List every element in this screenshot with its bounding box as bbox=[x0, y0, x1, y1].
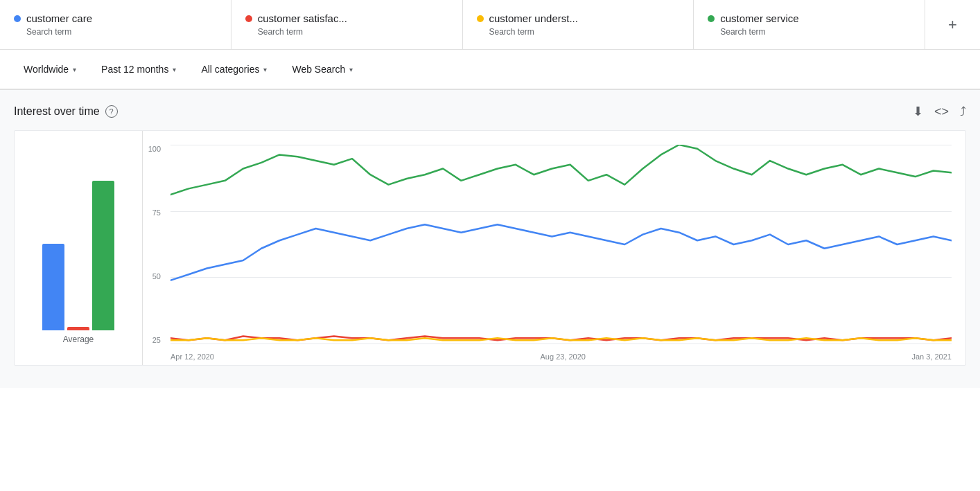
term-name-satisfaction: customer satisfac... bbox=[258, 12, 347, 24]
search-terms-bar: customer care Search term customer satis… bbox=[0, 0, 980, 50]
time-label: Past 12 months bbox=[101, 64, 168, 75]
search-term-satisfaction[interactable]: customer satisfac... Search term bbox=[231, 0, 463, 49]
chevron-down-icon: ▾ bbox=[73, 66, 76, 73]
term-name-service: customer service bbox=[720, 12, 798, 24]
chart-title-row: Interest over time ? bbox=[14, 105, 118, 118]
chevron-down-icon: ▾ bbox=[349, 66, 353, 73]
term-dot-understanding bbox=[477, 15, 484, 22]
y-axis-labels: 100755025 bbox=[143, 145, 164, 344]
embed-button[interactable]: <> bbox=[934, 105, 949, 119]
chart-container: Average 100755025 Apr 12, 2020Aug 23, 20… bbox=[14, 130, 966, 366]
chart-title: Interest over time bbox=[14, 105, 100, 118]
bar bbox=[42, 244, 64, 330]
y-axis-label: 25 bbox=[143, 336, 161, 344]
category-filter[interactable]: All categories ▾ bbox=[191, 58, 277, 80]
chevron-down-icon: ▾ bbox=[173, 66, 176, 73]
term-dot-care bbox=[14, 15, 21, 22]
line-green bbox=[170, 145, 952, 195]
search-term-understanding[interactable]: customer underst... Search term bbox=[463, 0, 694, 49]
y-axis-label: 100 bbox=[143, 145, 161, 153]
term-type-understanding: Search term bbox=[489, 27, 680, 37]
help-icon[interactable]: ? bbox=[105, 105, 118, 118]
search-type-filter[interactable]: Web Search ▾ bbox=[282, 58, 362, 80]
term-type-satisfaction: Search term bbox=[258, 27, 448, 37]
term-type-care: Search term bbox=[26, 27, 217, 37]
term-name-care: customer care bbox=[26, 12, 92, 24]
bar bbox=[67, 327, 89, 330]
term-type-service: Search term bbox=[720, 27, 911, 37]
time-filter[interactable]: Past 12 months ▾ bbox=[91, 58, 186, 80]
chevron-down-icon: ▾ bbox=[263, 66, 267, 73]
share-button[interactable]: ⤴ bbox=[960, 105, 966, 119]
y-axis-label: 75 bbox=[143, 208, 161, 217]
chart-header: Interest over time ? ⬇ <> ⤴ bbox=[14, 104, 966, 119]
y-axis-label: 50 bbox=[143, 272, 161, 280]
x-axis-label: Jan 3, 2021 bbox=[911, 352, 952, 361]
category-label: All categories bbox=[201, 64, 259, 75]
add-icon: + bbox=[948, 16, 957, 34]
bar-chart-area: Average bbox=[15, 131, 143, 365]
region-label: Worldwide bbox=[24, 64, 69, 75]
region-filter[interactable]: Worldwide ▾ bbox=[14, 58, 86, 80]
term-name-understanding: customer underst... bbox=[489, 12, 578, 24]
download-button[interactable]: ⬇ bbox=[913, 104, 923, 119]
bars-group bbox=[21, 164, 135, 330]
search-type-label: Web Search bbox=[292, 64, 345, 75]
search-term-care[interactable]: customer care Search term bbox=[0, 0, 231, 49]
add-search-term-button[interactable]: + bbox=[925, 0, 980, 49]
filter-bar: Worldwide ▾ Past 12 months ▾ All categor… bbox=[0, 50, 980, 90]
line-blue bbox=[170, 224, 952, 280]
x-axis-labels: Apr 12, 2020Aug 23, 2020Jan 3, 2021 bbox=[170, 352, 952, 361]
search-term-service[interactable]: customer service Search term bbox=[694, 0, 925, 49]
x-axis-label: Apr 12, 2020 bbox=[170, 352, 214, 361]
chart-section: Interest over time ? ⬇ <> ⤴ Average 1007… bbox=[0, 90, 980, 388]
bar-chart-label: Average bbox=[63, 334, 94, 344]
term-dot-service bbox=[708, 15, 715, 22]
x-axis-label: Aug 23, 2020 bbox=[541, 352, 586, 361]
line-chart-area: 100755025 Apr 12, 2020Aug 23, 2020Jan 3,… bbox=[143, 131, 965, 365]
term-dot-satisfaction bbox=[245, 15, 252, 22]
chart-actions: ⬇ <> ⤴ bbox=[913, 104, 966, 119]
bar bbox=[92, 181, 114, 330]
line-chart-svg bbox=[170, 145, 952, 344]
